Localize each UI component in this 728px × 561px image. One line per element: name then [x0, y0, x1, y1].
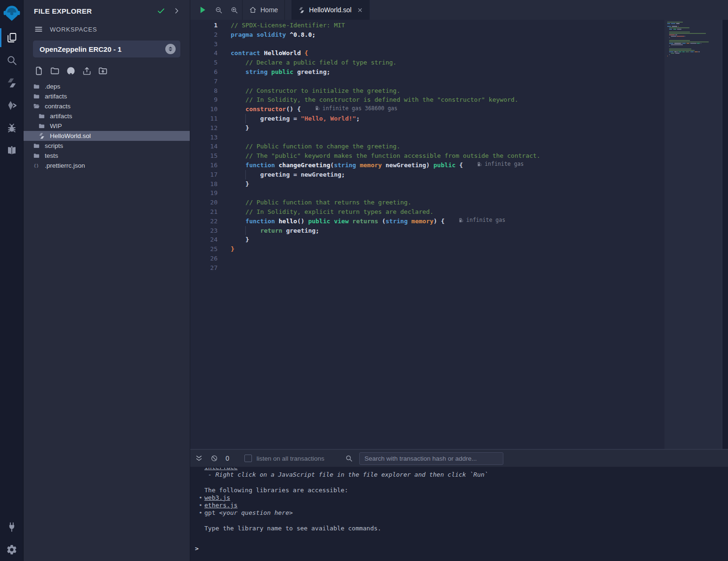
- tab-home[interactable]: Home: [242, 0, 285, 20]
- line-number[interactable]: 26: [190, 254, 218, 263]
- tab-helloworld-sol[interactable]: HelloWorld.sol: [291, 0, 370, 20]
- line-number[interactable]: 1: [190, 21, 218, 30]
- line-number[interactable]: 27: [190, 263, 218, 273]
- line-number[interactable]: 16: [190, 161, 218, 170]
- terminal-search-input[interactable]: [359, 452, 503, 465]
- zoom-out-icon[interactable]: [215, 6, 223, 14]
- new-folder-icon[interactable]: [50, 66, 60, 76]
- line-number[interactable]: 14: [190, 142, 218, 151]
- line-number[interactable]: 9: [190, 95, 218, 105]
- code-line-3[interactable]: 3: [190, 40, 664, 49]
- activity-item-settings[interactable]: [0, 538, 23, 561]
- editor-scrollbar[interactable]: [722, 20, 728, 449]
- line-number[interactable]: 4: [190, 49, 218, 58]
- code-line-19[interactable]: 19: [190, 188, 664, 198]
- activity-item-debugger[interactable]: [0, 117, 23, 139]
- code-line-12[interactable]: 12 }: [190, 123, 664, 133]
- line-number[interactable]: 13: [190, 133, 218, 142]
- code-line-26[interactable]: 26: [190, 254, 664, 263]
- line-number[interactable]: 6: [190, 67, 218, 77]
- code-line-16[interactable]: 16 function changeGreeting(string memory…: [190, 161, 664, 170]
- code-line-25[interactable]: 25}: [190, 244, 664, 254]
- activity-item-deploy-and-run[interactable]: [0, 94, 23, 117]
- code-line-20[interactable]: 20 // Public function that returns the g…: [190, 198, 664, 207]
- code-line-2[interactable]: 2pragma solidity ^0.8.0;: [190, 30, 664, 40]
- activity-item-plugin-manager[interactable]: [0, 516, 23, 538]
- activity-item-solidity-compiler[interactable]: [0, 72, 23, 94]
- line-number[interactable]: 5: [190, 58, 218, 67]
- tree-item--prettierrc-json[interactable]: {}.prettierrc.json: [24, 161, 190, 171]
- line-number[interactable]: 19: [190, 188, 218, 198]
- clear-console-icon[interactable]: [210, 455, 218, 462]
- terminal-link[interactable]: web3.js: [204, 494, 230, 501]
- line-number[interactable]: 17: [190, 170, 218, 179]
- code-line-1[interactable]: 1// SPDX-License-Identifier: MIT: [190, 21, 664, 30]
- check-icon[interactable]: [157, 7, 165, 15]
- line-number[interactable]: 25: [190, 244, 218, 254]
- close-icon[interactable]: [357, 7, 363, 13]
- code-line-27[interactable]: 27: [190, 263, 664, 273]
- code-line-18[interactable]: 18 }: [190, 179, 664, 189]
- code-line-17[interactable]: 17 greeting = newGreeting;: [190, 170, 664, 179]
- code-line-11[interactable]: 11 greeting = "Hello, World!";: [190, 114, 664, 123]
- tree-item-wip[interactable]: WIP: [24, 121, 190, 131]
- line-number[interactable]: 20: [190, 198, 218, 207]
- chevrons-down-icon[interactable]: [195, 455, 203, 463]
- run-script-icon[interactable]: [198, 5, 207, 15]
- upload-file-icon[interactable]: [82, 66, 92, 76]
- line-number[interactable]: 23: [190, 226, 218, 236]
- code-line-5[interactable]: 5 // Declare a public field of type stri…: [190, 58, 664, 67]
- workspace-switch-icon[interactable]: [165, 44, 176, 54]
- activity-item-learneth[interactable]: [0, 139, 23, 162]
- code-line-14[interactable]: 14 // Public function to change the gree…: [190, 142, 664, 151]
- activity-item-file-explorer[interactable]: [0, 26, 23, 49]
- code-lines[interactable]: 1// SPDX-License-Identifier: MIT2pragma …: [190, 21, 664, 273]
- code-line-22[interactable]: 22 function hello() public view returns …: [190, 217, 664, 226]
- code-area[interactable]: 1// SPDX-License-Identifier: MIT2pragma …: [190, 20, 728, 449]
- line-number[interactable]: 18: [190, 179, 218, 189]
- code-line-8[interactable]: 8 // Constructor to initialize the greet…: [190, 86, 664, 96]
- line-number[interactable]: 21: [190, 207, 218, 217]
- code-line-7[interactable]: 7: [190, 77, 664, 86]
- tree-item-artifacts[interactable]: artifacts: [24, 111, 190, 121]
- zoom-in-icon[interactable]: [230, 6, 238, 14]
- tree-item-helloworld-sol[interactable]: HelloWorld.sol: [24, 131, 190, 141]
- line-number[interactable]: 11: [190, 114, 218, 123]
- line-number[interactable]: 3: [190, 40, 218, 49]
- hamburger-menu-icon[interactable]: [34, 24, 43, 34]
- activity-item-search[interactable]: [0, 49, 23, 72]
- tree-item-contracts[interactable]: contracts: [24, 101, 190, 111]
- listen-transactions-checkbox[interactable]: [244, 455, 252, 462]
- code-line-24[interactable]: 24 }: [190, 235, 664, 244]
- code-line-4[interactable]: 4contract HelloWorld {: [190, 49, 664, 58]
- line-number[interactable]: 22: [190, 217, 218, 226]
- line-number[interactable]: 15: [190, 151, 218, 161]
- activity-item-remix-logo[interactable]: [0, 0, 23, 26]
- code-line-23[interactable]: 23 return greeting;: [190, 226, 664, 236]
- line-number[interactable]: 10: [190, 105, 218, 114]
- code-line-21[interactable]: 21 // In Solidity, explicit return types…: [190, 207, 664, 217]
- tree-item--deps[interactable]: .deps: [24, 81, 190, 91]
- code-line-13[interactable]: 13: [190, 133, 664, 142]
- chevron-right-icon[interactable]: [173, 7, 180, 15]
- workspace-select[interactable]: OpenZeppelin ERC20 - 1: [33, 41, 180, 57]
- code-line-10[interactable]: 10 constructor() {infinite gas 368600 ga…: [190, 105, 664, 114]
- upload-folder-icon[interactable]: [98, 66, 108, 76]
- minimap[interactable]: [664, 20, 722, 449]
- tree-item-artifacts[interactable]: artifacts: [24, 91, 190, 101]
- line-number[interactable]: 12: [190, 123, 218, 133]
- line-number[interactable]: 2: [190, 30, 218, 40]
- tree-item-scripts[interactable]: scripts: [24, 141, 190, 151]
- tree-item-tests[interactable]: tests: [24, 151, 190, 161]
- terminal-link[interactable]: interface: [204, 468, 237, 471]
- terminal-link[interactable]: ethers.js: [204, 502, 237, 509]
- terminal-prompt[interactable]: >: [195, 545, 728, 553]
- line-number[interactable]: 8: [190, 86, 218, 96]
- code-line-15[interactable]: 15 // The "public" keyword makes the fun…: [190, 151, 664, 161]
- line-number[interactable]: 24: [190, 235, 218, 244]
- clone-git-repository-icon[interactable]: [66, 66, 76, 76]
- line-number[interactable]: 7: [190, 77, 218, 86]
- new-file-icon[interactable]: [34, 66, 44, 76]
- code-line-9[interactable]: 9 // In Solidity, the constructor is def…: [190, 95, 664, 105]
- code-line-6[interactable]: 6 string public greeting;: [190, 67, 664, 77]
